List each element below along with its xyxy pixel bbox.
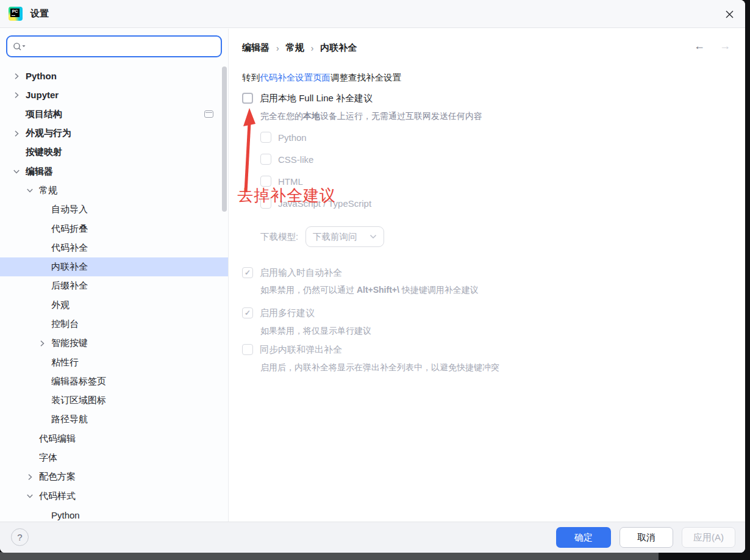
sidebar-item-label: 项目结构 <box>26 109 62 120</box>
sidebar-item-label: Python <box>51 510 80 520</box>
sidebar-item-code-style[interactable]: 代码样式 <box>0 487 228 506</box>
css-like-checkbox <box>260 154 271 165</box>
chevron-icon[interactable] <box>26 473 34 481</box>
sidebar-item-inline-completion[interactable]: 内联补全 <box>0 257 228 276</box>
full-line-checkbox[interactable] <box>242 93 253 104</box>
pycharm-logo-icon: PC <box>9 7 23 21</box>
sidebar-item-keymap[interactable]: 按键映射 <box>0 143 228 162</box>
window-title: 设置 <box>30 8 49 20</box>
download-model-label: 下载模型: <box>260 231 298 243</box>
sidebar-item-label: 编辑器 <box>26 166 53 178</box>
sidebar-item-postfix-completion[interactable]: 后缀补全 <box>0 276 228 295</box>
breadcrumb-separator: › <box>276 43 279 53</box>
sidebar-item-label: 智能按键 <box>51 337 88 349</box>
multiline-description: 如果禁用，将仅显示单行建议 <box>260 326 371 337</box>
settings-search-box[interactable] <box>6 35 222 57</box>
breadcrumb-inline-completion: 内联补全 <box>320 42 357 54</box>
sidebar-item-jupyter[interactable]: Jupyter <box>0 85 228 104</box>
ok-button[interactable]: 确定 <box>556 527 611 548</box>
sidebar-item-project-structure[interactable]: 项目结构 <box>0 105 228 124</box>
sidebar-item-console[interactable]: 控制台 <box>0 315 228 334</box>
chevron-icon[interactable] <box>26 186 34 195</box>
close-icon[interactable] <box>723 8 735 20</box>
language-css-row: CSS-like <box>260 153 313 165</box>
sidebar-item-label: 代码折叠 <box>51 223 88 235</box>
settings-dialog: PC 设置 Python Jupyter 项目结构 <box>0 0 745 553</box>
sidebar-item-auto-import[interactable]: 自动导入 <box>0 200 228 219</box>
chevron-icon[interactable] <box>12 129 21 138</box>
breadcrumb-editor[interactable]: 编辑器 <box>242 42 270 54</box>
sidebar-item-sticky-lines[interactable]: 粘性行 <box>0 353 228 372</box>
annotation-arrow-icon <box>239 107 259 195</box>
download-model-select: 下载前询问 <box>305 226 384 247</box>
code-completion-settings-link[interactable]: 代码补全设置页面 <box>260 73 330 82</box>
auto-completion-checkbox <box>242 267 253 278</box>
download-model-row: 下载模型: 下载前询问 <box>260 226 384 247</box>
chevron-down-icon <box>370 234 377 239</box>
sidebar-item-label: 代码样式 <box>39 490 76 502</box>
back-arrow-icon[interactable]: ← <box>694 40 705 52</box>
sidebar-item-label: 字体 <box>39 452 57 464</box>
cancel-button[interactable]: 取消 <box>620 527 673 548</box>
help-icon[interactable]: ? <box>11 528 29 546</box>
sidebar-item-color-scheme[interactable]: 配色方案 <box>0 467 228 486</box>
chevron-icon[interactable] <box>26 492 34 500</box>
sidebar-item-editor-tabs[interactable]: 编辑器标签页 <box>0 372 228 391</box>
sidebar-item-label: 路径导航 <box>51 414 88 425</box>
chevron-icon[interactable] <box>38 339 46 348</box>
footer-buttons: 确定 取消 应用(A) <box>556 527 735 548</box>
sync-completion-checkbox <box>242 344 253 355</box>
chevron-icon[interactable] <box>12 167 21 176</box>
breadcrumb-general[interactable]: 常规 <box>286 42 304 54</box>
sidebar-item-label: Jupyter <box>26 90 59 100</box>
sidebar-item-python[interactable]: Python <box>0 66 228 85</box>
sidebar-item-code-folding[interactable]: 代码折叠 <box>0 219 228 238</box>
sidebar-item-label: Python <box>26 71 57 81</box>
intro-line: 转到代码补全设置页面调整查找补全设置 <box>242 72 401 84</box>
sidebar-item-label: 代码编辑 <box>39 433 76 445</box>
search-input[interactable] <box>30 37 215 56</box>
sidebar-scrollbar[interactable] <box>222 66 227 212</box>
sidebar-item-font[interactable]: 字体 <box>0 448 228 467</box>
title-bar: PC 设置 <box>0 0 745 28</box>
breadcrumb: 编辑器 › 常规 › 内联补全 <box>242 42 357 54</box>
sidebar-item-code-editing[interactable]: 代码编辑 <box>0 429 228 448</box>
full-line-description: 完全在您的本地设备上运行，无需通过互联网发送任何内容 <box>260 111 482 122</box>
sidebar-item-label: 外观 <box>51 300 70 311</box>
sidebar-item-label: 配色方案 <box>39 471 76 483</box>
sidebar-item-smart-keys[interactable]: 智能按键 <box>0 334 228 353</box>
sidebar-item-appearance[interactable]: 外观 <box>0 296 228 315</box>
current-project-icon <box>204 110 213 118</box>
sidebar-item-editor[interactable]: 编辑器 <box>0 162 228 181</box>
forward-arrow-icon: → <box>720 40 730 52</box>
sidebar-item-general[interactable]: 常规 <box>0 181 228 200</box>
history-nav: ← → <box>694 40 730 52</box>
sidebar-item-label: 按键映射 <box>26 146 62 158</box>
sidebar-item-label: 自动导入 <box>51 204 88 215</box>
sidebar-item-code-completion[interactable]: 代码补全 <box>0 239 228 257</box>
settings-sidebar: Python Jupyter 项目结构 外观与行为 按键映射 编辑器 <box>0 29 229 522</box>
sync-description: 启用后，内联补全将显示在弹出补全列表中，以避免快捷键冲突 <box>260 362 499 373</box>
sidebar-item-label: 代码补全 <box>51 242 88 254</box>
sync-completion-row: 同步内联和弹出补全 <box>242 343 342 356</box>
chevron-icon[interactable] <box>12 91 21 99</box>
full-line-checkbox-row[interactable]: 启用本地 Full Line 补全建议 <box>242 92 373 104</box>
multiline-suggestions-row: 启用多行建议 <box>242 307 315 319</box>
sidebar-item-label: 粘性行 <box>51 357 79 368</box>
sidebar-item-label: 外观与行为 <box>26 127 71 139</box>
settings-tree: Python Jupyter 项目结构 外观与行为 按键映射 编辑器 <box>0 66 228 522</box>
language-python-row: Python <box>260 131 307 143</box>
sidebar-item-label: 常规 <box>39 185 57 196</box>
auto-completion-description: 如果禁用，仍然可以通过 Alt+Shift+\ 快捷键调用补全建议 <box>260 285 479 296</box>
sidebar-item-label: 编辑器标签页 <box>51 376 106 387</box>
breadcrumb-separator: › <box>311 43 314 53</box>
chevron-icon[interactable] <box>12 72 21 81</box>
auto-completion-row: 启用输入时自动补全 <box>242 267 342 279</box>
dialog-footer: ? 确定 取消 应用(A) <box>0 522 745 553</box>
sidebar-item-appearance-behavior[interactable]: 外观与行为 <box>0 124 228 143</box>
search-icon <box>13 42 26 51</box>
sidebar-item-gutter-icons[interactable]: 装订区域图标 <box>0 391 228 410</box>
sidebar-item-breadcrumbs-nav[interactable]: 路径导航 <box>0 410 228 429</box>
sidebar-item-code-style-python[interactable]: Python <box>0 506 228 522</box>
annotation-text: 去掉补全建议 <box>237 185 336 206</box>
